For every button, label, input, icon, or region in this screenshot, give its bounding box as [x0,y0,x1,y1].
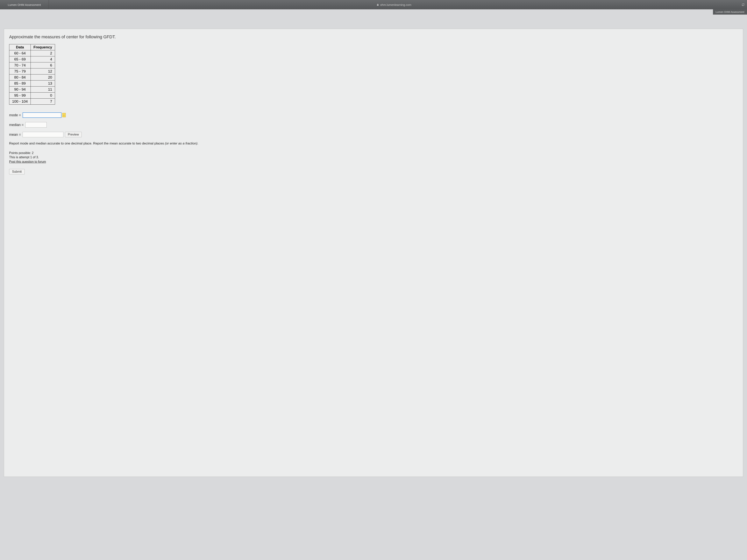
table-header-frequency: Frequency [31,44,55,50]
cell-frequency: 20 [31,75,55,80]
instructions-main: Report mode and median accurate to one d… [9,141,165,145]
address-text: ohm.lumenlearning.com [380,3,411,6]
question-meta: Points possible: 2 This is attempt 1 of … [9,151,738,164]
cell-data: 85 - 89 [9,80,31,86]
browser-tab-next[interactable]: Lumen OHM Assessment [713,9,747,15]
cell-frequency: 2 [31,50,55,56]
mode-row: mode = ↓ [9,112,738,118]
cell-data: 60 - 64 [9,50,31,56]
browser-tab-active[interactable]: Lumen OHM Assessment [0,0,49,9]
forum-link[interactable]: Post this question to forum [9,160,46,163]
cell-frequency: 4 [31,56,55,62]
cell-data: 80 - 84 [9,75,31,80]
cell-frequency: 7 [31,99,55,105]
cell-frequency: 6 [31,62,55,69]
cell-data: 70 - 74 [9,62,31,69]
cell-frequency: 12 [31,69,55,75]
address-bar[interactable]: ohm.lumenlearning.com [49,3,739,6]
median-input[interactable] [25,122,47,128]
instructions: Report mode and median accurate to one d… [9,141,738,145]
cell-frequency: 13 [31,80,55,86]
question-prompt: Approximate the measures of center for f… [9,34,738,39]
table-row: 95 - 990 [9,92,55,99]
cell-frequency: 0 [31,92,55,99]
table-row: 80 - 8420 [9,75,55,80]
question-panel: Approximate the measures of center for f… [4,29,743,477]
table-row: 90 - 9411 [9,86,55,92]
cell-data: 95 - 99 [9,92,31,99]
tab-area: Lumen OHM Assessment ohm.lumenlearning.c… [0,0,747,9]
table-row: 70 - 746 [9,62,55,69]
median-label: median = [9,123,24,127]
points-possible: Points possible: 2 [9,151,738,155]
mode-label: mode = [9,113,21,117]
frequency-table: Data Frequency 60 - 64265 - 69470 - 7467… [9,44,55,105]
attempt-info: This is attempt 1 of 3. [9,155,738,159]
lock-icon [377,3,379,6]
table-row: 100 - 1047 [9,99,55,105]
mean-input[interactable] [23,132,63,137]
mode-input[interactable] [23,112,61,118]
reload-button[interactable] [739,3,747,6]
mean-label: mean = [9,133,21,137]
cell-frequency: 11 [31,86,55,92]
cell-data: 65 - 69 [9,56,31,62]
table-header-data: Data [9,44,31,50]
submit-button[interactable]: Submit [9,169,25,175]
table-row: 60 - 642 [9,50,55,56]
tab-title: Lumen OHM Assessment [8,3,41,6]
table-row: 85 - 8913 [9,80,55,86]
median-row: median = [9,122,738,128]
cell-data: 90 - 94 [9,86,31,92]
hint-icon[interactable]: ↓ [62,113,66,117]
next-tab-title: Lumen OHM Assessment [716,10,744,14]
browser-chrome: Lumen OHM Assessment ohm.lumenlearning.c… [0,0,747,9]
table-row: 75 - 7912 [9,69,55,75]
instructions-note: (or enter as a fraction). [165,141,198,145]
preview-button[interactable]: Preview [65,132,82,137]
table-row: 65 - 694 [9,56,55,62]
cell-data: 100 - 104 [9,99,31,105]
mean-row: mean = Preview [9,132,738,137]
cell-data: 75 - 79 [9,69,31,75]
